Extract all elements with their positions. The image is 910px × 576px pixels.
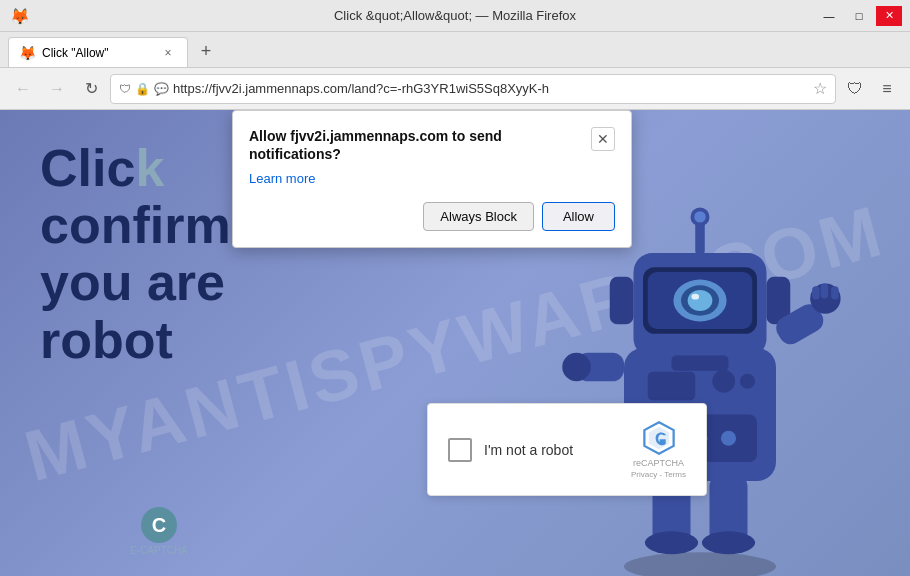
- recaptcha-label: reCAPTCHA: [633, 458, 684, 468]
- page-content: MYANTISPYWARE.COM Click confirm that you…: [0, 110, 910, 576]
- svg-rect-28: [812, 286, 820, 299]
- svg-point-16: [712, 370, 735, 393]
- toolbar-right: 🛡 ≡: [840, 74, 902, 104]
- svg-point-17: [740, 374, 755, 389]
- ecaptcha-icon: C: [141, 507, 177, 543]
- firefox-icon: 🦊: [10, 7, 28, 25]
- allow-button[interactable]: Allow: [542, 202, 615, 231]
- notification-popup: Allow fjvv2i.jammennaps.com to send noti…: [232, 110, 632, 248]
- captcha-label: I'm not a robot: [484, 442, 573, 458]
- captcha-checkbox[interactable]: [448, 438, 472, 462]
- main-text-line4: robot: [40, 312, 340, 369]
- tab-bar: 🦊 Click "Allow" × +: [0, 32, 910, 68]
- popup-title: Allow fjvv2i.jammennaps.com to send noti…: [249, 127, 591, 163]
- recaptcha-branding: reCAPTCHA Privacy - Terms: [631, 420, 686, 479]
- svg-rect-14: [672, 356, 729, 371]
- tab-close-button[interactable]: ×: [159, 44, 177, 62]
- popup-close-button[interactable]: ✕: [591, 127, 615, 151]
- robot-illustration: [550, 196, 850, 576]
- forward-button[interactable]: →: [42, 74, 72, 104]
- main-text-line3: you are: [40, 254, 340, 311]
- tab-icon: 🦊: [19, 45, 36, 61]
- svg-rect-26: [821, 283, 829, 298]
- svg-point-0: [624, 552, 776, 576]
- ecaptcha-branding: C E-CAPTCHA: [130, 507, 188, 556]
- title-bar: 🦊 Click &quot;Allow&quot; — Mozilla Fire…: [0, 0, 910, 32]
- overflow-button[interactable]: ≡: [872, 74, 902, 104]
- svg-point-8: [691, 294, 699, 300]
- extensions-button[interactable]: 🛡: [840, 74, 870, 104]
- notification-icon: 💬: [154, 82, 169, 96]
- back-button[interactable]: ←: [8, 74, 38, 104]
- svg-point-21: [721, 431, 736, 446]
- svg-point-32: [702, 531, 755, 554]
- svg-rect-15: [648, 372, 696, 401]
- minimize-button[interactable]: —: [816, 6, 842, 26]
- nav-bar: ← → ↻ 🛡 🔒 💬 https://fjvv2i.jammennaps.co…: [0, 68, 910, 110]
- ecaptcha-label: E-CAPTCHA: [130, 545, 188, 556]
- bookmark-star[interactable]: ☆: [813, 79, 827, 98]
- svg-point-7: [688, 290, 713, 311]
- popup-header: Allow fjvv2i.jammennaps.com to send noti…: [249, 127, 615, 163]
- lock-icon: 🔒: [135, 82, 150, 96]
- new-tab-button[interactable]: +: [192, 37, 220, 65]
- svg-point-11: [694, 211, 705, 222]
- svg-point-31: [645, 531, 698, 554]
- svg-point-23: [562, 353, 591, 382]
- always-block-button[interactable]: Always Block: [423, 202, 534, 231]
- url-bar[interactable]: 🛡 🔒 💬 https://fjvv2i.jammennaps.com/land…: [110, 74, 836, 104]
- close-button[interactable]: ✕: [876, 6, 902, 26]
- active-tab[interactable]: 🦊 Click "Allow" ×: [8, 37, 188, 67]
- shield-icon: 🛡: [119, 82, 131, 96]
- learn-more-link[interactable]: Learn more: [249, 171, 615, 186]
- restore-button[interactable]: □: [846, 6, 872, 26]
- window-title: Click &quot;Allow&quot; — Mozilla Firefo…: [334, 8, 576, 23]
- tab-label: Click "Allow": [42, 46, 153, 60]
- recaptcha-links: Privacy - Terms: [631, 470, 686, 479]
- popup-buttons: Always Block Allow: [249, 202, 615, 231]
- window-controls: — □ ✕: [816, 6, 902, 26]
- url-text: https://fjvv2i.jammennaps.com/land?c=-rh…: [173, 81, 809, 96]
- recaptcha-icon: [641, 420, 677, 456]
- svg-rect-12: [610, 277, 634, 325]
- refresh-button[interactable]: ↻: [76, 74, 106, 104]
- captcha-widget[interactable]: I'm not a robot reCAPTCHA Privacy - Term…: [427, 403, 707, 496]
- svg-rect-27: [831, 286, 839, 299]
